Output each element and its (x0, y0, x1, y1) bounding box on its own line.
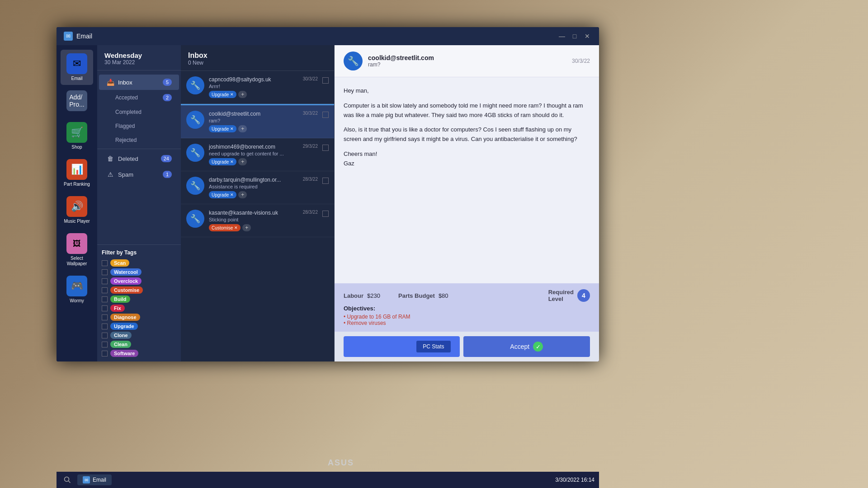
email-item-1[interactable]: 🔧 capncod98@saltydogs.uk Arrrr! Upgrade … (181, 71, 334, 104)
email-item-4[interactable]: 🔧 darby.tarquin@mullington.or... Assista… (181, 171, 334, 204)
tag-clean-checkbox[interactable] (102, 342, 108, 347)
email-5-tag-remove[interactable]: ✕ (234, 225, 238, 230)
inbox-icon: 📥 (106, 78, 114, 86)
tag-fix-label[interactable]: Fix (110, 305, 125, 312)
tag-diagnose-label[interactable]: Diagnose (110, 314, 140, 321)
tag-scan-checkbox[interactable] (102, 260, 108, 266)
sidebar-item-shop[interactable]: 🛒 Shop (61, 118, 93, 154)
nav-accepted-label: Accepted (115, 94, 138, 101)
accept-button[interactable]: Accept ✓ (463, 336, 590, 357)
tag-watercool-checkbox[interactable] (102, 269, 108, 275)
spam-icon: ⚠ (106, 170, 114, 178)
accept-checkmark: ✓ (533, 342, 543, 352)
tag-clean-label[interactable]: Clean (110, 341, 131, 348)
sidebar-item-wormy[interactable]: 🎮 Wormy (61, 272, 93, 307)
email-item-3[interactable]: 🔧 joshimon469@borenet.com need upgrade t… (181, 138, 334, 171)
email-1-tag-remove[interactable]: ✕ (230, 92, 234, 97)
sidebar-item-music[interactable]: 🔊 Music Player (61, 192, 93, 228)
email-3-tag-remove[interactable]: ✕ (230, 160, 234, 164)
detail-date: 30/3/22 (572, 58, 590, 64)
email-2-checkbox[interactable] (322, 112, 329, 118)
email-3-tag-add[interactable]: + (238, 158, 247, 165)
tag-software-checkbox[interactable] (102, 351, 108, 357)
tag-fix-checkbox[interactable] (102, 305, 108, 311)
email-4-tag-remove[interactable]: ✕ (230, 192, 234, 197)
email-item-5[interactable]: 🔧 kasante@kasante-visions.uk Sticking po… (181, 204, 334, 237)
email-5-avatar: 🔧 (186, 210, 204, 228)
add-app-icon: Add/Pro... (66, 90, 87, 111)
tag-scan-label[interactable]: Scan (110, 259, 129, 267)
ranking-app-label: Part Ranking (64, 182, 90, 187)
tag-overclock-checkbox[interactable] (102, 278, 108, 284)
nav-item-spam[interactable]: ⚠ Spam 1 (99, 167, 179, 182)
objective-1: • Upgrade to 16 GB of RAM (344, 314, 590, 320)
tag-customise-label[interactable]: Customise (110, 286, 143, 294)
email-1-tags: Upgrade ✕ + (209, 91, 298, 98)
nav-flagged-label: Flagged (115, 123, 135, 129)
tag-clone-label[interactable]: Clone (110, 332, 132, 339)
email-3-subject: need upgrade to get content for ... (209, 151, 298, 156)
tag-upgrade-checkbox[interactable] (102, 324, 108, 329)
email-5-tags: Customise ✕ + (209, 224, 298, 231)
sidebar-item-ranking[interactable]: 📊 Part Ranking (61, 155, 93, 191)
pc-stats-label[interactable]: PC Stats (416, 341, 450, 352)
maximize-button[interactable]: □ (570, 32, 579, 41)
sidebar-item-add[interactable]: Add/Pro... (61, 87, 93, 117)
sidebar-item-email[interactable]: ✉ Email (61, 50, 93, 85)
email-5-tag-add[interactable]: + (242, 224, 251, 231)
taskbar: ✉ Email 3/30/2022 16:14 (57, 472, 599, 488)
accepted-count: 2 (163, 94, 172, 101)
taskbar-search-icon[interactable] (61, 474, 74, 486)
detail-sender-info: coolkid@streetlit.com ram? (368, 54, 566, 68)
email-2-tag-remove[interactable]: ✕ (230, 127, 234, 131)
tag-clone-checkbox[interactable] (102, 333, 108, 338)
taskbar-email-item[interactable]: ✉ Email (77, 474, 112, 485)
email-5-content: kasante@kasante-visions.uk Sticking poin… (209, 210, 298, 231)
nav-rejected-label: Rejected (115, 137, 137, 143)
action-bar: PC Stats Accept ✓ (335, 332, 599, 361)
email-3-checkbox[interactable] (322, 145, 329, 151)
nav-item-deleted[interactable]: 🗑 Deleted 24 (99, 151, 179, 166)
tag-overclock-label[interactable]: Overclock (110, 277, 142, 285)
nav-item-completed[interactable]: Completed (99, 105, 179, 119)
tag-diagnose-checkbox[interactable] (102, 314, 108, 320)
filter-tag-clean: Clean (102, 341, 176, 348)
email-4-tag-add[interactable]: + (238, 191, 247, 198)
tag-customise-checkbox[interactable] (102, 287, 108, 293)
email-4-checkbox[interactable] (322, 178, 329, 184)
inbox-title: Inbox (188, 52, 327, 60)
objective-1-text: Upgrade to 16 GB of RAM (347, 314, 410, 320)
email-app-label: Email (71, 76, 82, 81)
tag-software-label[interactable]: Software (110, 350, 138, 357)
email-1-checkbox[interactable] (322, 77, 329, 84)
wormy-app-icon: 🎮 (66, 276, 87, 296)
email-2-tag-add[interactable]: + (238, 125, 247, 132)
nav-item-accepted[interactable]: Accepted 2 (99, 90, 179, 105)
close-button[interactable]: ✕ (583, 32, 592, 41)
tag-build-checkbox[interactable] (102, 296, 108, 302)
nav-item-rejected[interactable]: Rejected (99, 133, 179, 147)
title-bar: ✉ Email — □ ✕ (57, 27, 599, 45)
parts-value: $80 (439, 292, 448, 299)
filter-tag-scan: Scan (102, 259, 176, 267)
email-2-from: coolkid@streetlit.com (209, 111, 298, 117)
monitor-frame: ✉ Email — □ ✕ ✉ Email Add/Pro... (57, 27, 599, 361)
music-app-label: Music Player (64, 219, 90, 224)
sidebar-item-wallpaper[interactable]: 🖼 Select Wallpaper (61, 230, 93, 270)
app-window: ✉ Email — □ ✕ ✉ Email Add/Pro... (57, 27, 599, 361)
email-detail: 🔧 coolkid@streetlit.com ram? 30/3/22 Hey… (335, 45, 599, 361)
email-5-checkbox[interactable] (322, 211, 329, 217)
tag-watercool-label[interactable]: Watercool (110, 268, 142, 276)
email-app-icon: ✉ (66, 53, 87, 74)
nav-item-inbox[interactable]: 📥 Inbox 5 (99, 75, 179, 90)
email-4-subject: Assistance is required (209, 184, 298, 189)
tag-build-label[interactable]: Build (110, 296, 130, 303)
email-1-tag-add[interactable]: + (238, 91, 247, 98)
tag-upgrade-label[interactable]: Upgrade (110, 323, 138, 330)
minimize-button[interactable]: — (557, 32, 566, 41)
nav-item-flagged[interactable]: Flagged (99, 119, 179, 133)
asus-logo: ASUS (328, 458, 354, 468)
email-item-2[interactable]: 🔧 coolkid@streetlit.com ram? Upgrade ✕ +… (181, 104, 334, 138)
pc-stats-button[interactable]: PC Stats (344, 336, 460, 357)
email-list-header: Inbox 0 New (181, 45, 334, 71)
